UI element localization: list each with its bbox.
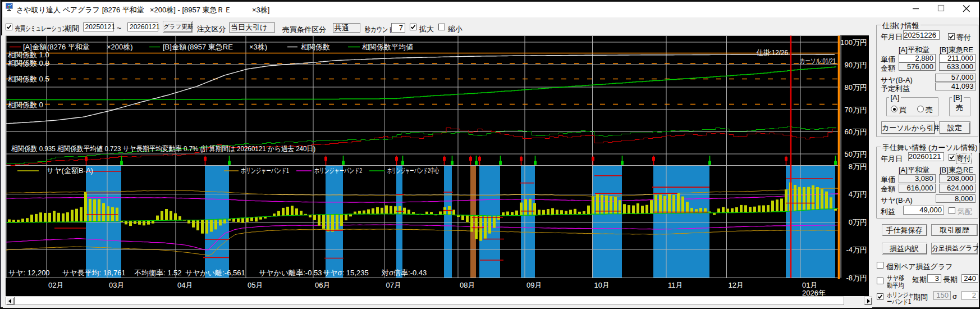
svg-text:相関係数 0.935 相関係数平均値 0.723 サヤ長期平: 相関係数 0.935 相関係数平均値 0.723 サヤ長期平均変動率 0.7% … [11, 144, 315, 153]
svg-text:4万円: 4万円 [849, 190, 867, 198]
svg-text:10月: 10月 [594, 281, 610, 289]
svg-text:-4万円: -4万円 [846, 246, 867, 254]
svg-text:ホリンジャーバンド2中心: ホリンジャーバンド2中心 [387, 166, 439, 175]
svg-text:05月: 05月 [248, 281, 263, 289]
svg-text:(8276 平和堂: (8276 平和堂 [47, 43, 90, 51]
svg-text:相関係数 0: 相関係数 0 [7, 101, 43, 109]
svg-text:02月: 02月 [48, 281, 63, 289]
svg-text:100万円: 100万円 [840, 38, 867, 47]
svg-text:相関係数 0.8: 相関係数 0.8 [7, 59, 49, 67]
svg-text:サヤ長平均: 18,761: サヤ長平均: 18,761 [62, 269, 126, 277]
svg-text:70万円: 70万円 [845, 106, 867, 114]
svg-text:90万円: 90万円 [845, 61, 867, 69]
svg-text:(8957 東急RE: (8957 東急RE [187, 43, 233, 51]
svg-text:×200株): ×200株) [107, 43, 133, 51]
svg-text:0万円: 0万円 [849, 218, 867, 226]
svg-text:ホリンジャーバンド1: ホリンジャーバンド1 [241, 166, 289, 175]
svg-text:ホリンジャーバンド2: ホリンジャーバンド2 [314, 166, 362, 175]
svg-text:01月: 01月 [802, 281, 817, 289]
svg-text:仕掛:12/26: 仕掛:12/26 [756, 48, 788, 57]
svg-text:8万円: 8万円 [849, 162, 867, 171]
svg-text:サヤσ: 15,235: サヤσ: 15,235 [323, 269, 369, 277]
svg-text:80万円: 80万円 [845, 83, 867, 92]
svg-text:04月: 04月 [177, 281, 193, 289]
svg-text:×3株): ×3株) [249, 43, 267, 51]
svg-text:11月: 11月 [668, 281, 683, 289]
svg-text:サヤ: 12,200: サヤ: 12,200 [8, 269, 50, 277]
svg-text:サヤかい離率:-0.53: サヤかい離率:-0.53 [259, 269, 322, 277]
svg-text:[A]金額: [A]金額 [23, 43, 47, 51]
svg-text:07月: 07月 [386, 281, 401, 289]
svg-text:12月: 12月 [729, 281, 744, 289]
svg-text:対σ倍率:-0.43: 対σ倍率:-0.43 [381, 269, 427, 277]
svg-text:不均衡率: 1.52: 不均衡率: 1.52 [134, 269, 182, 277]
svg-text:カーソル:01/21: カーソル:01/21 [800, 57, 836, 65]
svg-text:60万円: 60万円 [845, 128, 867, 136]
svg-text:相関係数平均値: 相関係数平均値 [361, 43, 413, 51]
svg-text:相関係数 0.5: 相関係数 0.5 [7, 75, 49, 83]
svg-text:相関係数: 相関係数 [300, 43, 330, 51]
svg-text:50万円: 50万円 [845, 150, 867, 158]
svg-text:08月: 08月 [460, 281, 475, 289]
svg-text:06月: 06月 [315, 281, 330, 289]
svg-text:03月: 03月 [109, 281, 124, 289]
svg-text:-8万円: -8万円 [846, 274, 867, 282]
svg-text:[B]金額: [B]金額 [163, 43, 186, 51]
svg-text:サヤ(金額B-A): サヤ(金額B-A) [47, 166, 93, 175]
svg-text:相関係数 1.0: 相関係数 1.0 [7, 51, 49, 59]
svg-text:09月: 09月 [526, 281, 542, 289]
svg-text:サヤかい離:-6,561: サヤかい離:-6,561 [185, 269, 245, 277]
